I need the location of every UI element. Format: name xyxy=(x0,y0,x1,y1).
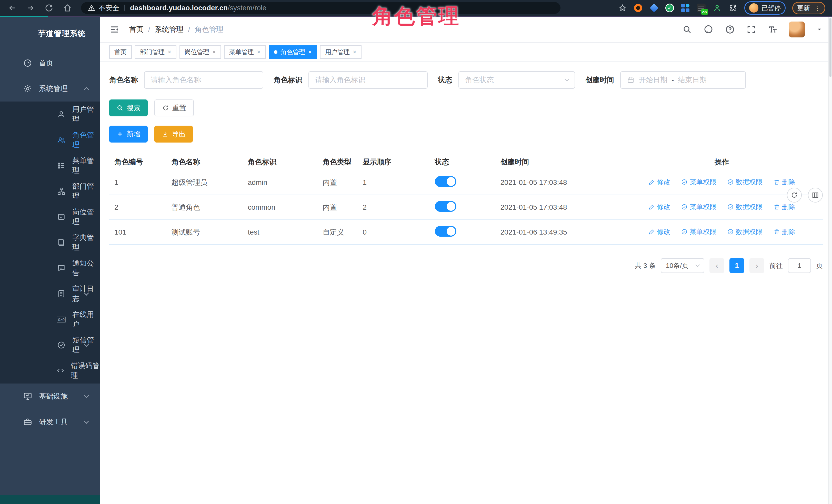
data-permission-link[interactable]: 数据权限 xyxy=(727,228,762,236)
sidebar-item-user-mgmt[interactable]: 用户管理 xyxy=(0,102,100,127)
status-toggle-on[interactable] xyxy=(435,201,457,212)
close-icon[interactable]: × xyxy=(257,49,260,56)
tab-role-mgmt[interactable]: 角色管理 × xyxy=(269,45,317,59)
address-bar[interactable]: 不安全 dashboard.yudao.iocoder.cn /system/r… xyxy=(81,2,561,14)
extension-sprout-icon[interactable] xyxy=(712,3,722,12)
cell-role-name: 普通角色 xyxy=(166,195,243,220)
column-settings-button[interactable] xyxy=(808,188,823,203)
browser-reload-button[interactable] xyxy=(44,3,54,13)
tab-user-mgmt[interactable]: 用户管理 × xyxy=(320,45,362,59)
sidebar-item-dict-mgmt[interactable]: 字典管理 xyxy=(0,230,100,255)
sidebar-item-label: 系统管理 xyxy=(39,84,68,94)
sidebar-item-devtools[interactable]: 研发工具 xyxy=(0,409,100,435)
browser-update-button[interactable]: 更新 ⋮ xyxy=(792,2,825,15)
close-icon[interactable]: × xyxy=(308,49,312,56)
delete-link[interactable]: 删除 xyxy=(773,178,795,187)
sidebar-item-notice[interactable]: 通知公告 xyxy=(0,255,100,281)
browser-profile-button[interactable]: 已暂停 xyxy=(744,1,786,15)
current-page-button[interactable]: 1 xyxy=(729,258,744,273)
user-avatar[interactable] xyxy=(789,22,805,37)
sidebar-item-online-users[interactable]: 0×0 在线用户 xyxy=(0,307,100,332)
update-label: 更新 xyxy=(797,4,810,12)
extension-tampermonkey-icon[interactable]: on xyxy=(697,3,706,12)
chevron-down-icon xyxy=(565,77,569,81)
scrollbar-thumb[interactable] xyxy=(829,18,831,77)
browser-forward-button[interactable] xyxy=(26,3,35,13)
delete-link[interactable]: 删除 xyxy=(773,228,795,236)
export-button[interactable]: 导出 xyxy=(154,126,193,142)
role-key-input[interactable] xyxy=(315,76,421,84)
tab-menu-mgmt[interactable]: 菜单管理 × xyxy=(224,45,266,59)
extension-gem-icon[interactable] xyxy=(649,3,659,12)
sidebar-item-home[interactable]: 首页 xyxy=(0,50,100,76)
data-permission-link[interactable]: 数据权限 xyxy=(727,178,762,187)
sidebar-item-audit-log[interactable]: 审计日志 xyxy=(0,281,100,307)
close-icon[interactable]: × xyxy=(168,49,171,56)
edit-link[interactable]: 修改 xyxy=(648,178,671,187)
edit-link[interactable]: 修改 xyxy=(648,203,671,212)
role-name-input[interactable] xyxy=(151,76,257,84)
goto-page-input[interactable] xyxy=(788,258,811,273)
monitor-icon xyxy=(23,392,33,401)
sidebar-item-role-mgmt[interactable]: 角色管理 xyxy=(0,127,100,153)
close-icon[interactable]: × xyxy=(212,49,216,56)
sidebar-item-dept-mgmt[interactable]: 部门管理 xyxy=(0,179,100,204)
reset-button[interactable]: 重置 xyxy=(154,100,194,116)
date-range-picker[interactable]: 开始日期 - 结束日期 xyxy=(620,71,746,89)
browser-menu-icon[interactable]: ⋮ xyxy=(814,4,821,12)
sidebar-item-sms-mgmt[interactable]: 短信管理 xyxy=(0,332,100,358)
create-time-label: 创建时间 xyxy=(586,75,614,85)
tab-dept-mgmt[interactable]: 部门管理 × xyxy=(135,45,176,59)
sidebar-item-errorcode-mgmt[interactable]: 错误码管理 xyxy=(0,358,100,383)
search-icon[interactable] xyxy=(682,25,692,34)
fullscreen-icon[interactable] xyxy=(746,25,756,34)
sidebar-item-label: 错误码管理 xyxy=(71,361,100,380)
extension-adblock-icon[interactable] xyxy=(633,3,643,12)
sidebar-item-label: 在线用户 xyxy=(72,310,100,329)
breadcrumb-home[interactable]: 首页 xyxy=(129,25,144,34)
sidebar-toggle-icon[interactable] xyxy=(109,24,120,35)
tab-home[interactable]: 首页 xyxy=(109,45,132,59)
menu-permission-link[interactable]: 菜单权限 xyxy=(681,178,717,187)
help-icon[interactable] xyxy=(725,24,735,35)
status-toggle-on[interactable] xyxy=(435,176,457,187)
search-button[interactable]: 搜索 xyxy=(109,100,148,116)
extensions-puzzle-icon[interactable] xyxy=(728,3,738,12)
role-table: 角色编号 角色名称 角色标识 角色类型 显示顺序 状态 创建时间 操作 1 超级… xyxy=(109,154,823,245)
github-icon[interactable] xyxy=(703,24,713,35)
breadcrumb-system[interactable]: 系统管理 xyxy=(155,25,184,34)
font-size-icon[interactable] xyxy=(768,24,778,35)
cell-role-key: test xyxy=(242,220,317,244)
status-toggle-on[interactable] xyxy=(435,226,457,237)
page-size-select[interactable]: 10条/页 xyxy=(661,258,704,273)
data-permission-link[interactable]: 数据权限 xyxy=(727,203,762,212)
edit-link[interactable]: 修改 xyxy=(648,228,671,236)
refresh-table-button[interactable] xyxy=(787,188,802,203)
prev-page-button[interactable]: ‹ xyxy=(709,258,724,273)
cell-role-name: 超级管理员 xyxy=(166,170,243,195)
delete-link[interactable]: 删除 xyxy=(773,203,795,212)
app-logo-row[interactable]: 芋道管理系统 xyxy=(0,17,100,50)
sidebar-item-menu-mgmt[interactable]: 菜单管理 xyxy=(0,153,100,179)
caret-down-icon[interactable] xyxy=(816,26,823,33)
extension-grid-icon[interactable] xyxy=(681,3,690,12)
sidebar-item-system[interactable]: 系统管理 xyxy=(0,76,100,102)
sidebar-item-post-mgmt[interactable]: 岗位管理 xyxy=(0,204,100,230)
menu-permission-link[interactable]: 菜单权限 xyxy=(681,203,717,212)
document-log-icon xyxy=(56,289,67,298)
tab-post-mgmt[interactable]: 岗位管理 × xyxy=(180,45,221,59)
bookmark-star-icon[interactable] xyxy=(618,4,627,12)
browser-home-button[interactable] xyxy=(62,3,72,13)
extension-check-icon[interactable]: ✓ xyxy=(665,4,674,12)
close-icon[interactable]: × xyxy=(353,49,356,56)
cell-role-id: 1 xyxy=(109,170,166,195)
next-page-button[interactable]: › xyxy=(749,258,764,273)
sidebar-item-infra[interactable]: 基础设施 xyxy=(0,383,100,409)
goto-label: 前往 xyxy=(770,261,783,270)
menu-permission-link[interactable]: 菜单权限 xyxy=(681,228,717,236)
add-button[interactable]: 新增 xyxy=(109,126,148,142)
list-tree-icon xyxy=(56,161,67,170)
status-select[interactable]: 角色状态 xyxy=(459,71,575,89)
browser-back-button[interactable] xyxy=(7,3,17,13)
shield-check-icon xyxy=(56,341,67,349)
